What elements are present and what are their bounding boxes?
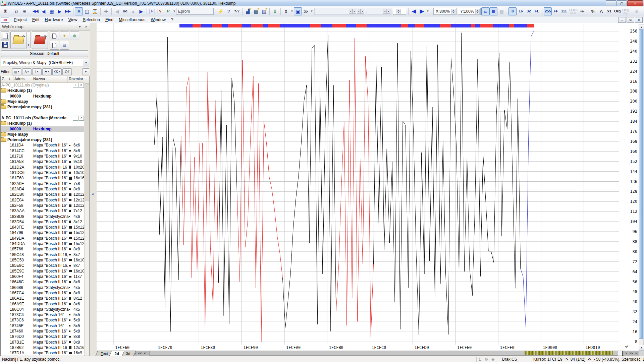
project-row[interactable]: A-PC_10111.ols (Oryginał)≡✕ xyxy=(1,82,85,88)
map-row[interactable]: 181DC6Mapa "Bosch II 16"10x10 xyxy=(1,170,85,175)
map-row[interactable]: 1867C4Mapa "Bosch II 16"8x8 xyxy=(1,290,85,296)
table-icon[interactable]: ▦ xyxy=(48,7,56,15)
row-height-icon[interactable]: ⇕ xyxy=(282,7,290,15)
title-bar[interactable]: WinOLS - A-PC_10111.ols (Swiftec (Merced… xyxy=(0,0,644,7)
map-row[interactable]: 1873C6Mapa "Bosch II 16"5x8 xyxy=(1,317,85,323)
scroll-nav-right-icon[interactable]: > xyxy=(624,351,629,356)
sign-icon[interactable]: +/- xyxy=(578,7,586,15)
mdi-close-icon[interactable]: ✕ xyxy=(635,17,643,23)
eprom-combo[interactable]: Eprom xyxy=(176,8,214,15)
org-org-icon[interactable]: OrgOrg xyxy=(622,7,630,15)
map-row[interactable]: 187B62Mapa "Bosch III 1612x16 xyxy=(1,345,85,350)
menu-item-find[interactable]: Find xyxy=(103,17,116,23)
map-row[interactable]: 181A58Mapa "Bosch II 16"9x10 xyxy=(1,159,85,164)
map-row[interactable]: 182F58Mapa "Bosch II 16"12x12 xyxy=(1,203,85,208)
pager-arrow-icon[interactable]: ▸ xyxy=(387,9,390,14)
filter-delta-icon[interactable]: Δ▼ xyxy=(22,68,32,75)
menu-item-?[interactable]: ? xyxy=(168,17,176,23)
wizard-button[interactable]: ✦ xyxy=(60,32,69,40)
new-project-button[interactable] xyxy=(1,32,9,40)
project-row[interactable]: A-PC_10111.ols (Swiftec (Mercede≡✕ xyxy=(1,115,85,121)
previous-icon[interactable]: ◀ xyxy=(40,7,48,15)
spinner-arrows[interactable]: ▲▼ xyxy=(396,9,401,14)
spinner-arrow-icon[interactable]: ▲ xyxy=(396,9,401,11)
map-row[interactable]: 1860F4Mapa "Bosch II 16"11x7 xyxy=(1,274,85,279)
folder-row[interactable]: Hexdump (1) xyxy=(1,121,85,126)
scroll-down-icon[interactable]: ▼ xyxy=(639,345,644,351)
dropdown-arrow-icon[interactable]: ▼ xyxy=(172,7,176,15)
pager-arrow-icon[interactable]: ▸ xyxy=(361,9,364,14)
scroll-nav-left-icon[interactable]: < xyxy=(143,351,148,356)
folder-row[interactable]: Hexdump (1) xyxy=(1,88,85,93)
help-icon[interactable]: ? xyxy=(225,7,233,15)
menu-item-project[interactable]: Project xyxy=(11,17,30,23)
horizontal-scrollbar-thumb[interactable] xyxy=(618,351,623,356)
auto-sync-icon[interactable]: ⚡ xyxy=(217,7,225,15)
map-row[interactable]: 1811D4Mapa "Bosch II 16"6x6 xyxy=(1,142,85,148)
nav-next-icon[interactable]: ▶ xyxy=(418,7,426,15)
map-row[interactable]: 187D1AMapa "Bosch II 16"16x9 xyxy=(1,350,85,356)
map-pointer-icon[interactable]: ▨★ xyxy=(260,7,268,15)
spinner-arrow-icon[interactable]: ▲ xyxy=(475,9,480,11)
map-row[interactable]: 1873C4Mapa "Bosch 16"5x5 xyxy=(1,312,85,317)
map-tree-icon[interactable]: ≡ xyxy=(75,7,83,15)
pager-arrow-icon[interactable]: ◂ xyxy=(349,9,353,14)
horizontal-scrollbar[interactable] xyxy=(149,351,624,356)
map-row[interactable]: 187B1EMapa "Bosch II 16"8x8 xyxy=(1,340,85,345)
filter-dropdown-icon[interactable]: ▼ xyxy=(83,68,89,75)
folder-row[interactable]: Moje mapy xyxy=(1,132,85,137)
decimal-255-icon[interactable]: 255 xyxy=(544,7,552,15)
column-header-[interactable]: / xyxy=(8,76,13,82)
new-window-icon[interactable]: ⧉ xyxy=(12,7,20,15)
spinner-arrow-icon[interactable]: ▲ xyxy=(451,9,455,11)
project-close-icon[interactable]: ✕ xyxy=(78,116,84,121)
back-icon[interactable]: ◀ xyxy=(113,7,121,15)
open-project-button[interactable]: ↷ xyxy=(10,32,26,49)
map-row[interactable]: 1843FEMapa "Bosch II 16"15x12 xyxy=(1,225,85,230)
map-row[interactable]: 18745EMapa "Bosch 16"5x5 xyxy=(1,323,85,328)
value-range-box[interactable]: ◂▸ xyxy=(367,8,391,15)
last-icon[interactable]: ▶▶ xyxy=(64,7,72,15)
tree-scrollbar[interactable] xyxy=(84,82,89,356)
map-row[interactable]: 184DDAMapa "Bosch II 16"15x12 xyxy=(1,241,85,246)
column-header-adres[interactable]: Adres xyxy=(13,76,32,82)
filter-off-button[interactable]: Off xyxy=(62,68,72,75)
window-mode-icon[interactable]: ▣ xyxy=(294,7,302,15)
width-32-icon[interactable]: 32 xyxy=(525,7,533,15)
export-version-button[interactable]: ▸ xyxy=(50,41,59,50)
split-window-icon[interactable]: ⊞ xyxy=(20,7,29,15)
spinner-arrow-icon[interactable]: ▼ xyxy=(475,11,480,14)
f-view-icon[interactable]: F xyxy=(148,7,156,15)
width-float-icon[interactable]: Fl. xyxy=(533,7,541,15)
delta-icon[interactable]: Δ xyxy=(597,7,605,15)
session-button[interactable]: Session: Default xyxy=(1,50,88,57)
open-project-dropdown[interactable]: ▼ xyxy=(26,32,31,48)
hexdump-2d-view[interactable]: 2562482402322242162082001921841761681601… xyxy=(97,23,644,356)
percent-icon[interactable]: % xyxy=(589,7,597,15)
hexdump-stamp-icon[interactable]: ♜ xyxy=(1,7,9,15)
folder-row[interactable]: Potencjalne mapy (281) xyxy=(1,104,85,110)
map-row[interactable]: 182A0EMapa "Bosch II 16"7x8 xyxy=(1,181,85,186)
entry-row[interactable]: 00000Hexdump xyxy=(1,126,85,132)
online-button[interactable]: ⊕ xyxy=(70,32,79,40)
p-view-icon[interactable]: P xyxy=(164,7,172,15)
mdi-restore-icon[interactable]: ⧉ xyxy=(627,17,634,23)
width-8-icon[interactable]: 8 xyxy=(508,7,517,15)
grid-view-icon[interactable]: ▦ xyxy=(497,7,505,15)
collapse-pane-icon[interactable]: ◂ xyxy=(92,192,94,196)
bars-view-icon[interactable]: ||| xyxy=(489,7,497,15)
dropdown-arrow-icon[interactable]: ▼ xyxy=(426,7,430,15)
zoom-x-spinner[interactable]: X:800%▲▼ xyxy=(433,8,457,15)
square-icon[interactable]: ■ xyxy=(633,7,641,15)
next-icon[interactable]: ▶ xyxy=(56,7,64,15)
import-maps-icon[interactable]: ⇓ xyxy=(271,7,279,15)
map-row[interactable]: 185E8CMapa "Bosch III 16,8x7 xyxy=(1,263,85,268)
panel-close-icon[interactable]: ✕ xyxy=(84,24,89,29)
pager-arrow-icon[interactable]: ▸ xyxy=(353,9,356,14)
map-row[interactable]: 185C48Mapa "Bosch III 16,8x7 xyxy=(1,252,85,257)
map-row[interactable]: 186A9EMapa "Bosch II 16"8x6 xyxy=(1,301,85,307)
slope-view-icon[interactable]: ▱ xyxy=(481,7,489,15)
binary-111-icon[interactable]: 111 xyxy=(560,7,568,15)
preview-icon[interactable]: ◫ xyxy=(83,7,91,15)
first-icon[interactable]: ◀◀ xyxy=(32,7,40,15)
